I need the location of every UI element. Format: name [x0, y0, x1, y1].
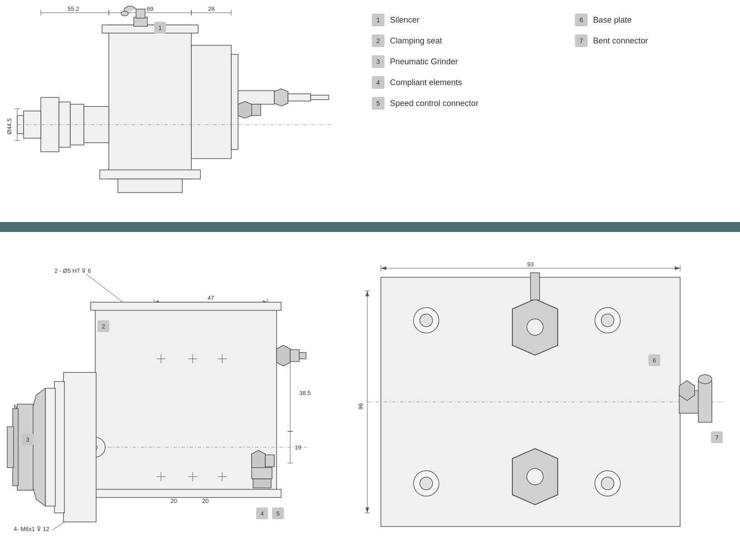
svg-rect-19: [118, 179, 182, 193]
svg-marker-26: [274, 89, 288, 106]
legend-item-5: 5 Speed control connector: [372, 97, 513, 110]
legend-item-6: 6 Base plate: [575, 14, 683, 26]
top-section: 55.2 69 28 Ø44.5: [0, 0, 740, 222]
svg-rect-105: [265, 455, 274, 467]
svg-rect-21: [231, 54, 238, 150]
svg-text:1: 1: [158, 24, 161, 31]
svg-rect-102: [299, 352, 306, 359]
svg-text:2 - Ø5 H7 ⊽ 6: 2 - Ø5 H7 ⊽ 6: [54, 267, 91, 274]
svg-rect-142: [698, 381, 712, 422]
svg-text:Ø44.5: Ø44.5: [6, 118, 13, 134]
svg-marker-121: [365, 291, 369, 296]
svg-marker-93: [32, 388, 45, 506]
bottom-section: 2 - Ø5 H7 ⊽ 6 M10x1.25 ⊽ 10 4- M6x1 ⊽ 12…: [0, 232, 740, 560]
legend-item-2: 2 Clamping seat: [372, 34, 513, 47]
bottom-right-diagram: 93 96: [354, 232, 740, 560]
svg-rect-101: [290, 350, 299, 362]
svg-text:5: 5: [276, 510, 279, 517]
svg-text:4- M6x1  ⊽ 12: 4- M6x1 ⊽ 12: [14, 526, 49, 532]
svg-text:55.2: 55.2: [68, 5, 79, 12]
svg-marker-115: [381, 266, 386, 270]
svg-marker-122: [365, 507, 369, 513]
svg-marker-100: [277, 345, 290, 366]
svg-rect-25: [311, 95, 329, 100]
svg-rect-16: [109, 25, 191, 179]
legend-item-7: 7 Bent connector: [575, 34, 683, 47]
legend-label-3: Pneumatic Grinder: [390, 57, 458, 67]
svg-point-127: [420, 314, 433, 327]
svg-point-35: [121, 11, 128, 16]
svg-text:7: 7: [715, 434, 718, 441]
svg-point-143: [698, 375, 712, 384]
svg-rect-89: [54, 381, 64, 513]
svg-rect-71: [91, 489, 281, 497]
legend-item-1: 1 Silencer: [372, 14, 513, 26]
svg-text:4: 4: [260, 510, 263, 517]
svg-point-133: [601, 477, 614, 490]
svg-text:20: 20: [170, 497, 177, 504]
legend-number-1: 1: [372, 14, 385, 26]
svg-text:96: 96: [357, 403, 364, 410]
svg-rect-88: [63, 372, 96, 522]
svg-rect-136: [531, 273, 540, 300]
svg-text:20: 20: [202, 497, 209, 504]
svg-point-131: [420, 477, 433, 490]
svg-text:38.5: 38.5: [299, 390, 311, 396]
svg-text:6: 6: [652, 357, 656, 364]
svg-marker-116: [675, 266, 680, 270]
svg-rect-20: [191, 45, 231, 159]
section-divider: [0, 222, 740, 232]
legend-label-2: Clamping seat: [390, 36, 442, 46]
svg-text:28: 28: [208, 5, 214, 12]
svg-rect-70: [91, 302, 281, 310]
legend-item-3: 3 Pneumatic Grinder: [372, 55, 513, 68]
legend-number-6: 6: [575, 14, 588, 26]
legend-label-4: Compliant elements: [390, 78, 462, 87]
svg-rect-106: [252, 468, 272, 479]
legend-label-7: Bent connector: [593, 36, 648, 46]
legend-number-7: 7: [575, 34, 588, 47]
legend-label-1: Silencer: [390, 15, 419, 25]
svg-rect-107: [253, 479, 271, 488]
svg-text:93: 93: [527, 261, 534, 268]
svg-rect-90: [45, 388, 55, 506]
legend-number-3: 3: [372, 55, 385, 68]
top-diagram: 55.2 69 28 Ø44.5: [0, 0, 354, 222]
svg-rect-17: [102, 25, 198, 33]
legend-number-5: 5: [372, 97, 385, 110]
svg-rect-24: [288, 94, 311, 101]
svg-rect-34: [136, 9, 145, 18]
svg-text:47: 47: [208, 294, 214, 301]
svg-rect-33: [134, 17, 147, 26]
bottom-left-diagram: 2 - Ø5 H7 ⊽ 6 M10x1.25 ⊽ 10 4- M6x1 ⊽ 12…: [0, 232, 354, 560]
svg-text:69: 69: [147, 5, 153, 12]
svg-rect-94: [17, 404, 33, 490]
svg-point-138: [527, 468, 543, 485]
legend-number-2: 2: [372, 34, 385, 47]
legend-number-4: 4: [372, 76, 385, 89]
svg-rect-18: [100, 170, 200, 179]
svg-point-129: [601, 314, 614, 327]
legend: 1 Silencer 6 Base plate 2 Clamping seat …: [354, 0, 740, 222]
legend-label-6: Base plate: [593, 15, 632, 25]
svg-rect-69: [95, 309, 277, 490]
svg-point-135: [527, 319, 543, 335]
svg-rect-96: [7, 427, 14, 468]
svg-marker-40: [238, 101, 252, 118]
legend-label-5: Speed control connector: [390, 99, 478, 108]
legend-item-4: 4 Compliant elements: [372, 76, 513, 89]
svg-text:3: 3: [26, 436, 29, 443]
svg-text:2: 2: [102, 323, 105, 330]
